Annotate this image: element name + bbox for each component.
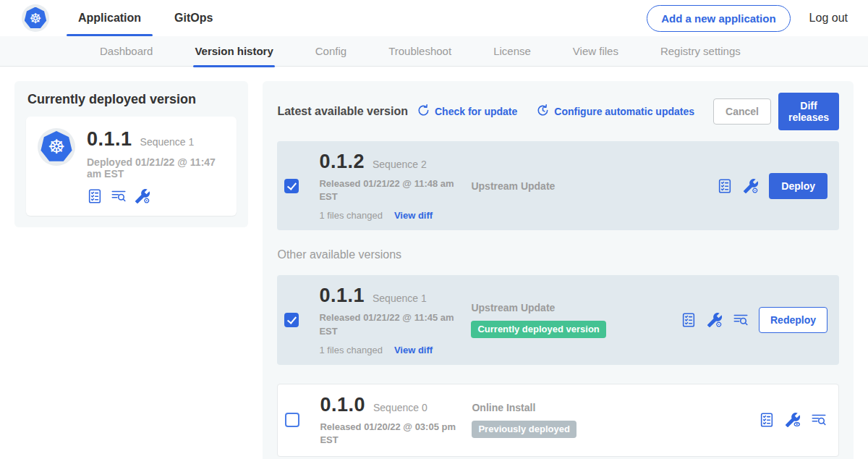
check-for-update-link[interactable]: Check for update	[417, 104, 517, 119]
tab-gitops[interactable]: GitOps	[174, 0, 213, 36]
latest-version-title: Latest available version	[277, 105, 408, 118]
subnav-view-files[interactable]: View files	[573, 36, 618, 67]
cancel-button[interactable]: Cancel	[713, 98, 771, 125]
deploy-logs-icon[interactable]	[111, 188, 127, 204]
kubernetes-helm-icon: ☸	[25, 7, 47, 30]
files-changed-label: 1 files changed	[319, 210, 382, 221]
version-row-0-1-0: 0.1.0 Sequence 0 Released 01/20/22 @ 03:…	[277, 384, 839, 457]
released-timestamp: Released 01/21/22 @ 11:45 am EST	[319, 311, 456, 337]
subnav-license[interactable]: License	[493, 36, 531, 67]
redeploy-button[interactable]: Redeploy	[759, 307, 827, 333]
version-checkbox[interactable]	[284, 179, 299, 193]
subnav-version-history[interactable]: Version history	[195, 36, 273, 67]
released-timestamp: Released 01/21/22 @ 11:48 am EST	[319, 177, 456, 203]
version-number: 0.1.1	[319, 285, 365, 307]
version-history-panel: Latest available version Check for updat…	[263, 81, 854, 459]
deployed-timestamp: Deployed 01/21/22 @ 11:47 am EST	[87, 156, 225, 180]
sequence-label: Sequence 2	[373, 159, 427, 170]
edit-config-icon[interactable]	[135, 188, 150, 204]
version-source-label: Upstream Update	[471, 180, 639, 192]
version-source-label: Online Install	[472, 402, 639, 413]
deploy-logs-icon[interactable]	[811, 412, 827, 428]
files-changed-label: 1 files changed	[319, 345, 382, 355]
preflight-checklist-icon[interactable]	[717, 178, 733, 194]
currently-deployed-card: Currently deployed version ☸ 0.1.1 Seque…	[14, 81, 248, 227]
diff-releases-button[interactable]: Diff releases	[778, 93, 839, 130]
released-timestamp: Released 01/20/22 @ 03:05 pm EST	[320, 421, 457, 447]
preflight-checklist-icon[interactable]	[681, 312, 697, 328]
version-checkbox[interactable]	[285, 413, 299, 427]
currently-deployed-title: Currently deployed version	[27, 92, 237, 107]
latest-version-header: Latest available version Check for updat…	[277, 93, 839, 130]
version-number: 0.1.0	[320, 394, 365, 416]
preflight-checklist-icon[interactable]	[87, 188, 103, 204]
tab-application[interactable]: Application	[78, 0, 141, 36]
app-icon: ☸	[38, 128, 75, 166]
deployed-version-number: 0.1.1	[87, 128, 132, 151]
sequence-label: Sequence 1	[373, 292, 427, 304]
subnav-troubleshoot[interactable]: Troubleshoot	[388, 36, 451, 67]
subnav-registry-settings[interactable]: Registry settings	[660, 36, 741, 67]
logout-link[interactable]: Log out	[809, 12, 848, 25]
currently-deployed-badge: Currently deployed version	[471, 321, 605, 338]
app-logo: ☸	[22, 4, 49, 32]
deploy-logs-icon[interactable]	[733, 312, 749, 328]
configure-automatic-updates-link[interactable]: Configure automatic updates	[536, 104, 694, 119]
other-versions-label: Other available versions	[277, 248, 839, 261]
subnav-config[interactable]: Config	[315, 36, 346, 67]
main-content: Currently deployed version ☸ 0.1.1 Seque…	[0, 67, 868, 459]
top-nav: ☸ Application GitOps Add a new applicati…	[0, 0, 868, 36]
kubernetes-helm-icon: ☸	[41, 131, 72, 163]
view-diff-link[interactable]: View diff	[394, 345, 433, 355]
refresh-icon	[417, 104, 430, 119]
view-config-icon[interactable]	[785, 412, 801, 428]
version-source-label: Upstream Update	[471, 302, 639, 313]
deployed-version-card: ☸ 0.1.1 Sequence 1 Deployed 01/21/22 @ 1…	[26, 117, 237, 216]
deployed-sequence-label: Sequence 1	[140, 136, 195, 148]
subnav-dashboard[interactable]: Dashboard	[100, 36, 153, 67]
view-diff-link[interactable]: View diff	[394, 210, 433, 221]
preflight-checklist-icon[interactable]	[759, 412, 775, 428]
sequence-label: Sequence 0	[373, 402, 427, 413]
edit-config-icon[interactable]	[707, 312, 723, 328]
previously-deployed-badge: Previously deployed	[472, 421, 576, 438]
clock-refresh-icon	[536, 104, 550, 119]
version-number: 0.1.2	[319, 151, 365, 173]
version-row-0-1-2: 0.1.2 Sequence 2 Released 01/21/22 @ 11:…	[277, 141, 839, 230]
add-new-application-button[interactable]: Add a new application	[647, 5, 790, 32]
app-subnav: Dashboard Version history Config Trouble…	[0, 36, 868, 67]
version-checkbox[interactable]	[284, 313, 299, 327]
edit-config-icon[interactable]	[743, 178, 759, 194]
version-row-0-1-1: 0.1.1 Sequence 1 Released 01/21/22 @ 11:…	[277, 275, 839, 364]
deploy-button[interactable]: Deploy	[769, 173, 827, 199]
